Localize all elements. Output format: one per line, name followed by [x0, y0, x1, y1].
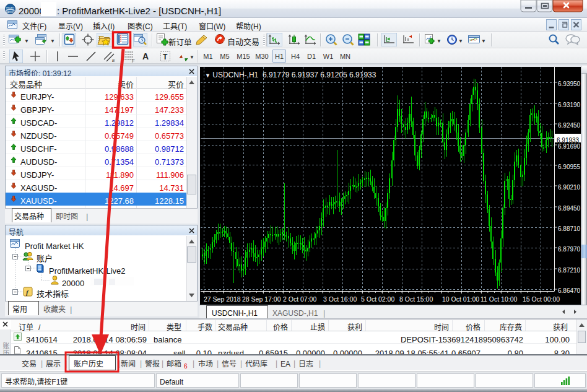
svg-text:PROFIT: PROFIT: [6, 7, 15, 9]
svg-text:F: F: [132, 59, 135, 63]
svg-text:E: E: [112, 58, 115, 63]
svg-text:MARKET: MARKET: [6, 11, 14, 14]
svg-text:T: T: [163, 53, 168, 61]
